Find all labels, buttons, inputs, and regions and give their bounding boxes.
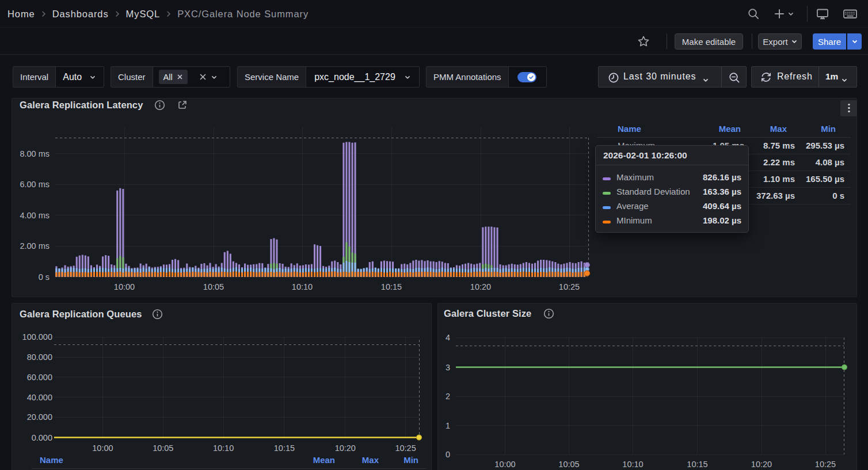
svg-text:10:20: 10:20 [335,444,356,453]
svg-text:10:10: 10:10 [292,282,313,291]
svg-text:10:25: 10:25 [815,460,836,469]
svg-text:8.00 ms: 8.00 ms [20,149,50,158]
svg-text:2: 2 [446,392,450,401]
svg-text:10:10: 10:10 [213,444,234,453]
svg-text:1: 1 [446,421,450,430]
svg-text:40.000: 40.000 [27,393,52,402]
svg-text:10:10: 10:10 [622,460,643,469]
svg-text:4.00 ms: 4.00 ms [20,211,50,220]
svg-text:10:25: 10:25 [395,444,416,453]
svg-text:10:25: 10:25 [559,282,580,291]
svg-text:6.00 ms: 6.00 ms [20,180,50,189]
svg-text:10:05: 10:05 [558,460,579,469]
svg-text:10:15: 10:15 [687,460,707,469]
svg-text:80.000: 80.000 [27,352,52,362]
svg-text:10:15: 10:15 [274,444,295,453]
svg-text:20.000: 20.000 [27,412,52,422]
svg-text:60.000: 60.000 [27,373,52,382]
svg-text:4: 4 [446,333,450,342]
svg-text:0.000: 0.000 [32,433,52,442]
svg-text:100.000: 100.000 [22,332,52,342]
svg-text:10:00: 10:00 [114,282,135,291]
svg-text:10:05: 10:05 [153,444,173,453]
svg-text:10:00: 10:00 [494,460,515,469]
svg-text:0 s: 0 s [39,272,50,282]
svg-text:10:20: 10:20 [470,282,491,291]
svg-text:10:05: 10:05 [203,282,224,291]
svg-text:10:15: 10:15 [381,282,402,291]
svg-text:10:00: 10:00 [92,444,113,453]
svg-text:0: 0 [446,450,450,459]
svg-text:10:20: 10:20 [751,460,772,469]
svg-text:2.00 ms: 2.00 ms [20,241,50,251]
svg-text:3: 3 [446,363,450,372]
